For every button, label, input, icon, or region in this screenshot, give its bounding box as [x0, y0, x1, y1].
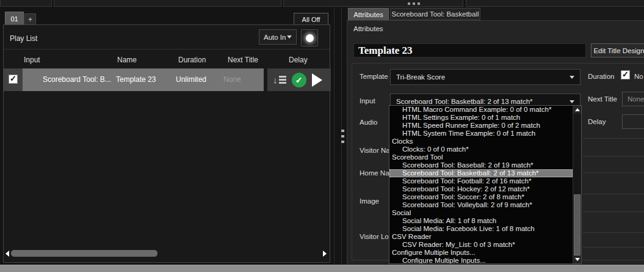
- input-dropdown: HTML Macro Command Example: 0 of 0 match…: [389, 105, 582, 264]
- dropdown-option[interactable]: HTML Macro Command Example: 0 of 0 match…: [389, 106, 573, 114]
- dropdown-group-header: Clocks: [389, 138, 573, 145]
- dropdown-option[interactable]: Social Media: Facebook Live: 1 of 8 matc…: [389, 225, 573, 233]
- dropdown-option[interactable]: Scoreboard Tool: Volleyball: 2 of 9 matc…: [389, 201, 573, 209]
- row-checkbox[interactable]: [9, 75, 18, 84]
- play-icon[interactable]: [312, 73, 322, 87]
- dropdown-option[interactable]: Social Media: All: 1 of 8 match: [389, 217, 573, 225]
- top-panel-edge: [0, 0, 52, 7]
- overlay-indicator-button[interactable]: [301, 29, 318, 46]
- delay-label: Delay: [588, 118, 606, 125]
- dropdown-option[interactable]: Scoreboard Tool: Football: 2 of 16 match…: [389, 177, 573, 185]
- divider: [583, 172, 644, 173]
- attributes-panel-header: Attributes: [353, 25, 383, 32]
- template-select[interactable]: Tri-Break Score: [390, 69, 581, 85]
- dropdown-option[interactable]: Scoreboard Tool: Hockey: 2 of 12 match*: [389, 185, 573, 193]
- dropdown-option[interactable]: Scoreboard Tool: Baseball: 2 of 19 match…: [389, 161, 573, 169]
- divider: [583, 232, 644, 233]
- divider: [583, 247, 644, 248]
- active-check-icon[interactable]: ✓: [292, 73, 306, 87]
- add-playlist-tab-button[interactable]: +: [24, 13, 36, 26]
- next-title-input[interactable]: None: [622, 92, 644, 106]
- column-header-next-title: Next Title: [228, 56, 258, 64]
- panel-drag-handle-icon[interactable]: [408, 2, 420, 5]
- divider: [583, 138, 644, 139]
- top-panel-edge: [466, 0, 644, 7]
- playlist-tab-01[interactable]: 01: [5, 12, 24, 26]
- scroll-right-icon[interactable]: [323, 250, 327, 257]
- dropdown-option[interactable]: Configure Multiple Inputs...: [389, 257, 573, 263]
- audio-label: Audio: [360, 119, 377, 126]
- scrollbar-thumb[interactable]: [11, 250, 157, 257]
- row-next-title-cell: None: [223, 75, 241, 84]
- dropdown-option[interactable]: Scoreboard Tool: Soccer: 2 of 8 match*: [389, 193, 573, 201]
- horizontal-scrollbar[interactable]: [5, 249, 328, 258]
- splitter-handle-icon[interactable]: [341, 130, 344, 143]
- delay-input[interactable]: [622, 114, 644, 129]
- scroll-down-icon[interactable]: [573, 255, 581, 263]
- image-label: Image: [360, 197, 379, 205]
- template-select-value: Tri-Break Score: [396, 73, 445, 81]
- next-title-label: Next Title: [588, 95, 617, 103]
- scrollbar-thumb[interactable]: [574, 194, 581, 255]
- scroll-left-icon[interactable]: [5, 250, 9, 257]
- top-panel-edge: [283, 0, 463, 7]
- tab-scoreboard-tool-basketball[interactable]: Scoreboard Tool: Basketball: [390, 8, 480, 20]
- no-limit-label: No Limit: [634, 73, 644, 80]
- row-input-cell: Scoreboard Tool: B...: [43, 75, 111, 84]
- dropdown-option[interactable]: HTML System Time Example: 0 of 1 match: [389, 130, 573, 138]
- input-select-value: Scoreboard Tool: Basketball: 2 of 13 mat…: [396, 98, 533, 105]
- input-dropdown-list: HTML Macro Command Example: 0 of 0 match…: [389, 106, 573, 263]
- dropdown-option[interactable]: Clocks: 0 of 0 match*: [389, 145, 573, 153]
- input-label: Input: [360, 97, 375, 105]
- overlay-lamp-icon: [306, 34, 314, 42]
- auto-in-label: Auto In: [264, 34, 286, 41]
- divider: [583, 194, 644, 194]
- chevron-down-icon: [287, 35, 292, 39]
- divider: [583, 156, 644, 156]
- column-header-delay: Delay: [289, 56, 308, 64]
- chevron-down-icon: [570, 100, 574, 103]
- top-panel-edge: [54, 0, 281, 7]
- dropdown-option[interactable]: HTML Settings Example: 0 of 1 match: [389, 114, 573, 122]
- dropdown-group-header: Social: [389, 209, 573, 217]
- column-header-name: Name: [117, 56, 137, 64]
- divider: [583, 211, 644, 212]
- dropdown-group-header: CSV Reader: [389, 233, 573, 241]
- scroll-up-icon[interactable]: [573, 106, 581, 114]
- duration-label: Duration: [588, 73, 614, 80]
- sort-order-icon[interactable]: ↓: [273, 75, 286, 85]
- auto-in-dropdown[interactable]: Auto In: [259, 29, 297, 45]
- bottom-bar: [0, 265, 644, 272]
- column-header-duration: Duration: [178, 56, 206, 64]
- row-actions: ↓ ✓: [267, 68, 331, 91]
- template-label: Template: [360, 73, 388, 80]
- divider: [4, 49, 330, 50]
- all-off-button[interactable]: All Off: [294, 13, 328, 26]
- column-header-input: Input: [24, 56, 40, 64]
- dropdown-option[interactable]: CSV Reader: My_List: 0 of 3 match*: [389, 241, 573, 249]
- row-checkbox-cell: [4, 68, 23, 91]
- dropdown-group-header: Configure Multiple Inputs...: [389, 249, 573, 257]
- row-duration-cell: Unlimited: [176, 75, 206, 84]
- dropdown-group-header: Scoreboard Tool: [389, 153, 573, 161]
- dropdown-scrollbar[interactable]: [573, 106, 581, 263]
- dropdown-option[interactable]: HTML Speed Runner Example: 0 of 2 match: [389, 122, 573, 130]
- row-name-cell: Template 23: [116, 75, 156, 84]
- chevron-down-icon: [570, 76, 574, 79]
- tab-attributes[interactable]: Attributes: [348, 8, 389, 20]
- playlist-panel-title: Play List: [10, 34, 37, 43]
- no-limit-checkbox[interactable]: [621, 70, 630, 79]
- dropdown-option[interactable]: Scoreboard Tool: Basketball: 2 of 13 mat…: [389, 169, 573, 177]
- divider: [334, 7, 335, 264]
- playlist-panel: Play List Auto In Input Name Duration Ne…: [3, 24, 330, 263]
- title-name-input[interactable]: Template 23: [353, 43, 586, 57]
- edit-title-design-button[interactable]: Edit Title Design: [591, 43, 644, 57]
